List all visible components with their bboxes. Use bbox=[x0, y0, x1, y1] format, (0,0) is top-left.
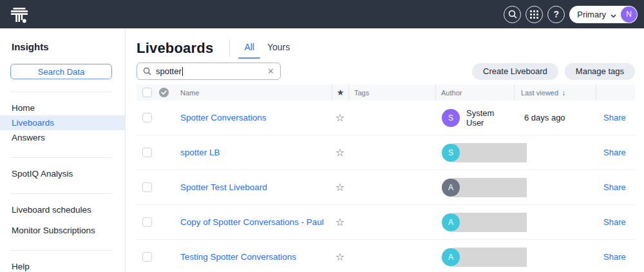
toolbar: spotter ✕ Create Liveboard Manage tags bbox=[137, 63, 635, 80]
thoughtspot-logo-icon[interactable] bbox=[10, 5, 28, 24]
text-caret bbox=[182, 67, 184, 76]
chevron-down-icon bbox=[611, 9, 616, 21]
sidebar-divider bbox=[10, 250, 112, 251]
favorite-column-header[interactable]: ★ bbox=[332, 84, 348, 101]
search-icon bbox=[143, 67, 151, 75]
tab-all[interactable]: All bbox=[238, 38, 261, 59]
sidebar-item-liveboard-schedules[interactable]: Liveboard schedules bbox=[0, 202, 125, 217]
create-liveboard-button[interactable]: Create Liveboard bbox=[472, 63, 558, 80]
liveboard-name-link[interactable]: Testing Spotter Conversations bbox=[180, 252, 296, 262]
page-header: Liveboards All Yours bbox=[137, 37, 635, 59]
sidebar-divider bbox=[10, 92, 112, 92]
sidebar-item-answers[interactable]: Answers bbox=[0, 130, 125, 145]
liveboard-name-link[interactable]: spotter LB bbox=[180, 148, 220, 157]
top-navbar: ? Primary N bbox=[0, 0, 644, 28]
table-row: Spotter Conversations ☆ S System User 6 … bbox=[137, 101, 635, 135]
help-icon: ? bbox=[553, 10, 559, 19]
org-switcher[interactable]: Primary N bbox=[569, 6, 638, 23]
sidebar-item-help[interactable]: Help bbox=[0, 259, 125, 272]
sidebar-item-liveboards[interactable]: Liveboards bbox=[0, 115, 125, 130]
table-row: Spotter Test Liveboard ☆ A Share bbox=[137, 170, 635, 205]
author-column-header[interactable]: Author bbox=[435, 84, 514, 101]
liveboard-name-link[interactable]: Spotter Conversations bbox=[180, 113, 267, 122]
sidebar-header: Insights bbox=[0, 41, 125, 52]
author-avatar: S bbox=[442, 109, 460, 127]
app-switcher-button[interactable] bbox=[526, 6, 543, 23]
share-link[interactable]: Share bbox=[603, 182, 626, 192]
liveboard-name-link[interactable]: Spotter Test Liveboard bbox=[180, 182, 267, 192]
sidebar-item-monitor-subscriptions[interactable]: Monitor Subscriptions bbox=[0, 223, 125, 238]
row-checkbox[interactable] bbox=[142, 252, 152, 262]
help-button[interactable]: ? bbox=[547, 6, 565, 23]
share-link[interactable]: Share bbox=[603, 148, 626, 157]
navbar-actions: ? Primary N bbox=[504, 6, 638, 23]
author-avatar: S bbox=[442, 144, 460, 162]
sort-descending-icon: ↓ bbox=[562, 88, 565, 97]
select-all-checkbox[interactable] bbox=[142, 88, 152, 97]
sidebar-item-spotiq-analysis[interactable]: SpotIQ Analysis bbox=[0, 166, 125, 181]
verified-column-header[interactable] bbox=[158, 84, 178, 101]
sidebar-divider bbox=[10, 157, 112, 158]
share-link[interactable]: Share bbox=[603, 217, 626, 227]
author-avatar: A bbox=[442, 179, 460, 197]
table-row: Testing Spotter Conversations ☆ A Share bbox=[137, 240, 635, 272]
share-link[interactable]: Share bbox=[603, 113, 626, 122]
row-checkbox[interactable] bbox=[142, 148, 152, 157]
toolbar-actions: Create Liveboard Manage tags bbox=[472, 63, 635, 80]
org-switcher-label: Primary bbox=[577, 10, 606, 19]
share-link[interactable]: Share bbox=[603, 252, 626, 262]
title-divider bbox=[229, 40, 230, 57]
liveboards-table: Name ★ Tags Author Last viewed ↓ bbox=[137, 84, 635, 272]
verified-badge-icon bbox=[158, 87, 169, 98]
liveboard-name-link[interactable]: Copy of Spotter Conversations - Paul bbox=[180, 217, 324, 227]
favorite-star-icon[interactable]: ☆ bbox=[336, 217, 345, 228]
favorite-star-icon[interactable]: ☆ bbox=[336, 252, 345, 262]
last-viewed-value: 6 days ago bbox=[514, 113, 596, 122]
star-icon: ★ bbox=[337, 88, 345, 97]
tags-column-header[interactable]: Tags bbox=[348, 84, 435, 101]
sidebar-item-home[interactable]: Home bbox=[0, 101, 125, 115]
redacted-author-block bbox=[453, 143, 527, 162]
clear-search-icon[interactable]: ✕ bbox=[267, 67, 274, 75]
row-checkbox[interactable] bbox=[142, 217, 152, 227]
row-checkbox[interactable] bbox=[142, 182, 152, 192]
author-name: System User bbox=[466, 108, 514, 128]
liveboard-search-input[interactable]: spotter ✕ bbox=[137, 63, 281, 80]
author-avatar: A bbox=[442, 248, 460, 266]
row-checkbox[interactable] bbox=[142, 113, 152, 122]
user-avatar[interactable]: N bbox=[621, 6, 637, 23]
redacted-author-block bbox=[453, 178, 527, 197]
favorite-star-icon[interactable]: ☆ bbox=[336, 113, 345, 123]
manage-tags-button[interactable]: Manage tags bbox=[565, 63, 635, 80]
favorite-star-icon[interactable]: ☆ bbox=[336, 182, 345, 193]
redacted-author-block bbox=[453, 213, 527, 232]
page-title: Liveboards bbox=[137, 40, 213, 57]
sidebar-divider bbox=[10, 193, 112, 194]
redacted-author-block bbox=[453, 248, 527, 267]
app-window: ? Primary N Insights Search Data Home Li… bbox=[0, 0, 644, 272]
actions-column-header bbox=[596, 84, 635, 101]
name-column-header[interactable]: Name bbox=[178, 84, 332, 101]
global-search-button[interactable] bbox=[504, 6, 521, 23]
table-row: Copy of Spotter Conversations - Paul ☆ A… bbox=[137, 205, 635, 240]
table-row: spotter LB ☆ S Share bbox=[137, 135, 635, 170]
grid-icon bbox=[530, 10, 538, 19]
sidebar: Insights Search Data Home Liveboards Ans… bbox=[0, 28, 126, 272]
tab-yours[interactable]: Yours bbox=[261, 38, 296, 59]
favorite-star-icon[interactable]: ☆ bbox=[336, 148, 345, 158]
last-viewed-label: Last viewed bbox=[521, 89, 558, 97]
search-data-button[interactable]: Search Data bbox=[10, 64, 112, 79]
search-input-value: spotter bbox=[156, 66, 182, 76]
main-content: Liveboards All Yours spotter ✕ Create Li bbox=[126, 28, 644, 272]
author-avatar: A bbox=[442, 213, 460, 231]
last-viewed-column-header[interactable]: Last viewed ↓ bbox=[514, 84, 596, 101]
search-icon bbox=[508, 10, 517, 19]
table-header-row: Name ★ Tags Author Last viewed ↓ bbox=[137, 84, 635, 101]
